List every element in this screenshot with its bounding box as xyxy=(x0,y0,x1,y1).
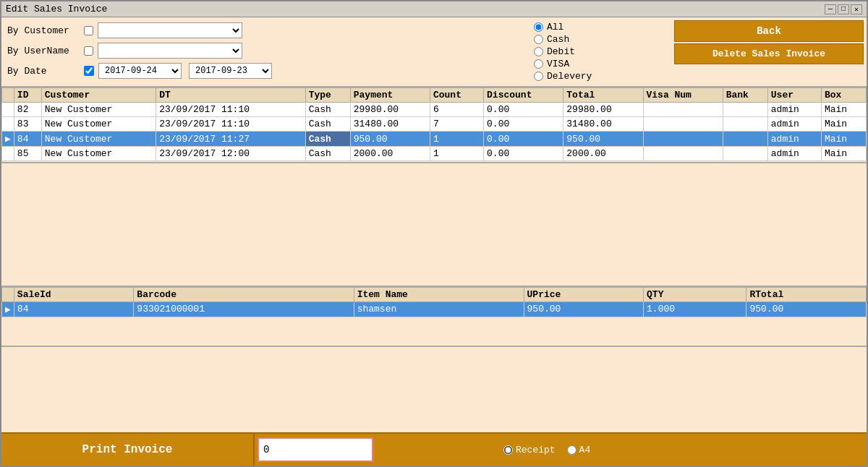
back-button[interactable]: Back xyxy=(674,20,864,42)
detail-row[interactable]: ▶84933021000001shamsen950.001.000950.00 xyxy=(2,301,867,317)
by-date-row: By Date 2017-09-24 2017-09-23 xyxy=(7,62,521,80)
filter-panel: By Customer By UserName By Date 2017-0 xyxy=(1,17,527,86)
radio-visa-label: VISA xyxy=(547,59,569,69)
receipt-label: Receipt xyxy=(516,445,556,455)
col-bank: Bank xyxy=(723,88,767,103)
table-row[interactable]: 85New Customer23/09/2017 12:00Cash2000.0… xyxy=(2,147,867,161)
cell-type: Cash xyxy=(305,147,350,161)
detail-row-arrow: ▶ xyxy=(2,301,14,317)
a4-label: A4 xyxy=(579,445,591,455)
col-count: Count xyxy=(430,88,483,103)
cell-discount: 0.00 xyxy=(484,117,563,132)
cell-count: 1 xyxy=(430,132,483,147)
by-customer-row: By Customer xyxy=(7,22,521,39)
cell-box: Main xyxy=(821,147,866,161)
radio-receipt[interactable] xyxy=(503,445,513,455)
col-user: User xyxy=(767,88,821,103)
radio-debit[interactable] xyxy=(534,47,543,56)
cell-visa_num xyxy=(643,147,723,161)
detail-col-barcode: Barcode xyxy=(134,287,354,301)
col-type: Type xyxy=(305,88,350,103)
radio-all[interactable] xyxy=(534,22,543,32)
by-date-label: By Date xyxy=(7,66,80,77)
cell-visa_num xyxy=(643,132,723,147)
cell-dt: 23/09/2017 12:00 xyxy=(156,147,306,161)
by-customer-checkbox[interactable] xyxy=(84,26,93,35)
print-format-radio-group: Receipt A4 xyxy=(503,445,590,455)
by-customer-label: By Customer xyxy=(7,25,80,36)
radio-cash[interactable] xyxy=(534,35,543,44)
cell-box: Main xyxy=(821,103,866,117)
cell-count: 7 xyxy=(430,117,483,132)
action-buttons: Back Delete Sales Invoice xyxy=(671,17,867,86)
cell-user: admin xyxy=(767,147,821,161)
row-arrow-indicator xyxy=(2,117,14,132)
detail-cell-qty: 1.000 xyxy=(644,301,746,317)
cell-bank xyxy=(723,103,767,117)
a4-radio-row: A4 xyxy=(567,445,591,455)
cell-count: 1 xyxy=(430,147,483,161)
col-discount: Discount xyxy=(484,88,563,103)
payment-type-radio-group: All Cash Debit VISA Delevery xyxy=(527,17,671,86)
detail-cell-item_name: shamsen xyxy=(354,301,524,317)
upper-table-body: 82New Customer23/09/2017 11:10Cash29980.… xyxy=(2,103,867,161)
cell-total: 950.00 xyxy=(563,132,643,147)
detail-cell-saleid: 84 xyxy=(14,301,134,317)
detail-col-arrow xyxy=(2,287,14,301)
radio-visa-row: VISA xyxy=(534,59,664,69)
print-invoice-button[interactable]: Print Invoice xyxy=(1,434,255,466)
lower-table-body: ▶84933021000001shamsen950.001.000950.00 xyxy=(2,301,867,317)
cell-id: 85 xyxy=(14,147,41,161)
cell-payment: 2000.00 xyxy=(350,147,430,161)
print-value-input[interactable] xyxy=(258,437,373,462)
col-id: ID xyxy=(14,88,41,103)
customer-select[interactable] xyxy=(98,22,242,38)
titlebar-controls: — □ ✕ xyxy=(825,4,862,14)
radio-delivery-row: Delevery xyxy=(534,71,664,82)
cell-dt: 23/09/2017 11:27 xyxy=(156,132,306,147)
cell-id: 83 xyxy=(14,117,41,132)
bottom-bar: Print Invoice Receipt A4 xyxy=(1,432,867,466)
col-payment: Payment xyxy=(350,88,430,103)
cell-customer: New Customer xyxy=(41,132,156,147)
radio-delivery-label: Delevery xyxy=(547,71,592,82)
by-date-checkbox[interactable] xyxy=(84,66,94,76)
date-from-select[interactable]: 2017-09-24 xyxy=(98,63,182,79)
row-arrow-indicator: ▶ xyxy=(2,132,14,147)
lower-table-header: SaleId Barcode Item Name UPrice QTY RTot… xyxy=(2,287,867,301)
maximize-button[interactable]: □ xyxy=(838,4,849,14)
by-username-checkbox[interactable] xyxy=(84,46,93,56)
col-arrow xyxy=(2,88,14,103)
radio-debit-label: Debit xyxy=(547,46,575,57)
cell-bank xyxy=(723,132,767,147)
upper-table-container: ID Customer DT Type Payment Count Discou… xyxy=(1,87,867,163)
date-to-select[interactable]: 2017-09-23 xyxy=(189,63,272,79)
titlebar: Edit Sales Invoice — □ ✕ xyxy=(1,1,867,17)
detail-col-rtotal: RTotal xyxy=(746,287,867,301)
radio-cash-row: Cash xyxy=(534,34,664,45)
table-row[interactable]: 83New Customer23/09/2017 11:10Cash31480.… xyxy=(2,117,867,132)
radio-all-row: All xyxy=(534,22,664,33)
cell-visa_num xyxy=(643,117,723,132)
cell-customer: New Customer xyxy=(41,103,156,117)
radio-cash-label: Cash xyxy=(547,34,569,45)
cell-id: 84 xyxy=(14,132,41,147)
row-arrow-indicator xyxy=(2,147,14,161)
delete-button[interactable]: Delete Sales Invoice xyxy=(674,43,864,64)
table-row[interactable]: ▶84New Customer23/09/2017 11:27Cash950.0… xyxy=(2,132,867,147)
close-button[interactable]: ✕ xyxy=(851,4,862,14)
col-customer: Customer xyxy=(41,88,156,103)
username-select[interactable] xyxy=(98,43,242,59)
minimize-button[interactable]: — xyxy=(825,4,836,14)
cell-id: 82 xyxy=(14,103,41,117)
radio-a4[interactable] xyxy=(567,445,576,455)
cell-bank xyxy=(723,117,767,132)
cell-customer: New Customer xyxy=(41,117,156,132)
radio-delivery[interactable] xyxy=(534,72,543,81)
cell-type: Cash xyxy=(305,103,350,117)
table-row[interactable]: 82New Customer23/09/2017 11:10Cash29980.… xyxy=(2,103,867,117)
cell-customer: New Customer xyxy=(41,147,156,161)
cell-total: 2000.00 xyxy=(563,147,643,161)
cell-type: Cash xyxy=(305,132,350,147)
radio-visa[interactable] xyxy=(534,59,543,69)
